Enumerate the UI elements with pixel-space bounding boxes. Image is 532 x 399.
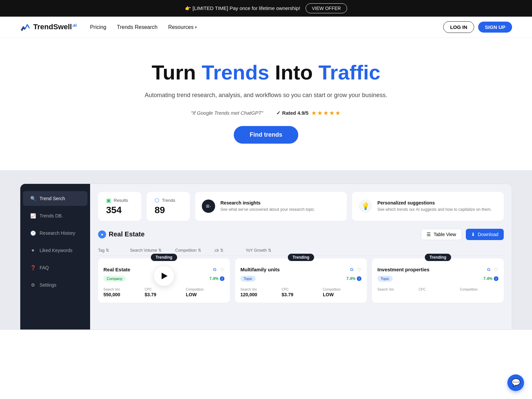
lightbulb-icon: 💡	[359, 200, 372, 213]
search-vol-stat: Search Vol.	[377, 288, 416, 292]
google-icon[interactable]: G	[485, 266, 492, 273]
sort-icon: ⇅	[106, 248, 109, 253]
keyword-card-multifamily: Trending Multifamily units G ♡ Topic 7.4…	[235, 258, 367, 303]
nav-trends-research[interactable]: Trends Research	[117, 24, 158, 30]
chart-icon: 📈	[30, 212, 36, 219]
trending-badge: Trending	[425, 254, 451, 261]
tag-badge: Company	[103, 276, 126, 282]
chevron-down-icon: ▾	[195, 25, 197, 30]
sort-icon: ⇅	[198, 248, 201, 253]
trends-header: ⬡ Trends	[155, 197, 182, 203]
search-icon: 🔍	[30, 195, 36, 202]
trends-icon: ⬡	[155, 197, 159, 203]
growth-badge: 7.4% i	[483, 276, 498, 281]
keyword-cards: Trending Real Estate G ♡ Company	[98, 258, 504, 303]
sidebar-item-liked-keywords[interactable]: ♥ Liked Keywords	[23, 243, 87, 258]
cpc-stat: CPC	[419, 288, 457, 292]
keyword-name: Real Estate	[103, 267, 130, 272]
play-button[interactable]	[154, 266, 174, 286]
hero-meta: "If Google Trends met ChatGPT" ✓ Rated 4…	[7, 109, 525, 117]
info-icon: i	[220, 276, 224, 281]
keyword-actions: G ♡	[485, 266, 498, 273]
toolbar-buttons: ☰ Table View ⬇ Download	[421, 229, 504, 240]
results-value: 354	[106, 205, 133, 215]
keyword-actions: G ♡	[211, 266, 224, 273]
nav-resources[interactable]: Resources ▾	[168, 24, 197, 30]
th-yoy-growth[interactable]: YoY Growth ⇅	[246, 248, 279, 253]
logo-icon	[20, 22, 31, 33]
download-icon: ⬇	[471, 232, 475, 237]
top-banner: 👉 [LIMITED TIME] Pay once for lifetime o…	[0, 0, 532, 17]
app-section: 🔍 Trend Serch 📈 Trends DB. 🕐 Research Hi…	[0, 170, 532, 330]
google-icon[interactable]: G	[348, 266, 355, 273]
download-button[interactable]: ⬇ Download	[466, 229, 504, 240]
like-icon[interactable]: ♡	[357, 267, 361, 272]
keyword-stats: Search Vol. CPC Competition	[377, 288, 498, 292]
research-insights-card[interactable]: ≡· Research insights See what we've unco…	[195, 192, 347, 221]
keyword-name: Multifamily units	[240, 267, 280, 272]
search-vol-stat: Search Vol. 550,000	[103, 288, 142, 297]
keyword-header: Investment properties G ♡	[377, 266, 498, 273]
faq-icon: ❓	[30, 264, 36, 271]
heart-icon: ♥	[30, 247, 36, 254]
competition-stat: Competition LOW	[186, 288, 224, 297]
trending-badge: Trending	[151, 254, 177, 261]
logo[interactable]: TrendSwell.ai	[20, 22, 77, 33]
personalized-suggestions-card[interactable]: 💡 Personalized suggestions See which tre…	[352, 192, 504, 221]
like-icon[interactable]: ♡	[220, 267, 224, 272]
sidebar-item-label: Research History	[40, 230, 75, 236]
logo-text: TrendSwell.ai	[33, 23, 77, 31]
tag-badge: Topic	[240, 276, 256, 282]
th-ck[interactable]: .ck ⇅	[214, 248, 240, 253]
banner-text: 👉 [LIMITED TIME] Pay once for lifetime o…	[185, 5, 300, 11]
cpc-stat: CPC $3.79	[145, 288, 183, 297]
insights-icon: ≡·	[202, 200, 215, 213]
cpc-stat: CPC $3.79	[282, 288, 320, 297]
sort-icon: ⇅	[158, 248, 162, 253]
nav-pricing[interactable]: Pricing	[90, 24, 106, 30]
sidebar-item-trend-search[interactable]: 🔍 Trend Serch	[23, 191, 87, 206]
th-tag[interactable]: Tag ⇅	[98, 248, 125, 253]
sort-icon: ⇅	[220, 248, 223, 253]
login-button[interactable]: LOG IN	[443, 21, 474, 33]
hero-rating: ✓ Rated 4.9/5 ★★★★★	[276, 109, 341, 117]
keyword-stats: Search Vol. 120,000 CPC $3.79 Competitio…	[240, 288, 361, 297]
suggestions-text: Personalized suggestions See which trend…	[377, 200, 492, 212]
find-trends-button[interactable]: Find trends	[234, 126, 298, 144]
hero-subtitle: Automating trend research, analysis, and…	[7, 90, 525, 100]
sidebar-item-trends-db[interactable]: 📈 Trends DB.	[23, 208, 87, 223]
growth-badge: 7.4% i	[346, 276, 361, 281]
tag-badge: Topic	[377, 276, 393, 282]
main-content: ▣ Results 354 ⬡ Trends 89 ≡· Research in…	[90, 184, 512, 330]
sidebar-item-settings[interactable]: ⚙ Settings	[23, 278, 87, 292]
results-card: ▣ Results 354	[98, 192, 141, 221]
search-vol-stat: Search Vol. 120,000	[240, 288, 279, 297]
competition-stat: Competition	[460, 288, 498, 292]
results-header: ▣ Results	[106, 197, 133, 203]
app-window: 🔍 Trend Serch 📈 Trends DB. 🕐 Research Hi…	[20, 184, 512, 330]
history-icon: 🕐	[30, 230, 36, 236]
keyword-name: Investment properties	[377, 267, 430, 272]
google-icon[interactable]: G	[211, 266, 218, 273]
th-competition[interactable]: Competition ⇅	[175, 248, 208, 253]
table-view-button[interactable]: ☰ Table View	[421, 229, 462, 240]
like-icon[interactable]: ♡	[494, 267, 498, 272]
sidebar-item-label: Trend Serch	[40, 196, 65, 201]
sidebar: 🔍 Trend Serch 📈 Trends DB. 🕐 Research Hi…	[20, 184, 90, 330]
sidebar-item-faq[interactable]: ❓ FAQ	[23, 260, 87, 275]
gear-icon: ⚙	[30, 282, 36, 288]
trending-badge: Trending	[288, 254, 314, 261]
insights-text: Research insights See what we've uncover…	[220, 200, 315, 212]
keyword-actions: G ♡	[348, 266, 361, 273]
nav-links: Pricing Trends Research Resources ▾	[90, 24, 443, 30]
info-icon: i	[357, 276, 361, 281]
sidebar-item-research-history[interactable]: 🕐 Research History	[23, 226, 87, 240]
keyword-stats: Search Vol. 550,000 CPC $3.79 Competitio…	[103, 288, 224, 297]
trends-value: 89	[155, 205, 182, 215]
sidebar-item-label: FAQ	[40, 265, 49, 270]
table-icon: ☰	[427, 232, 431, 237]
th-search-volume[interactable]: Search Volume ⇅	[130, 248, 170, 253]
stats-row: ▣ Results 354 ⬡ Trends 89 ≡· Research in…	[98, 192, 504, 221]
view-offer-button[interactable]: VIEW OFFER	[306, 3, 347, 13]
signup-button[interactable]: SIGN UP	[478, 22, 512, 33]
